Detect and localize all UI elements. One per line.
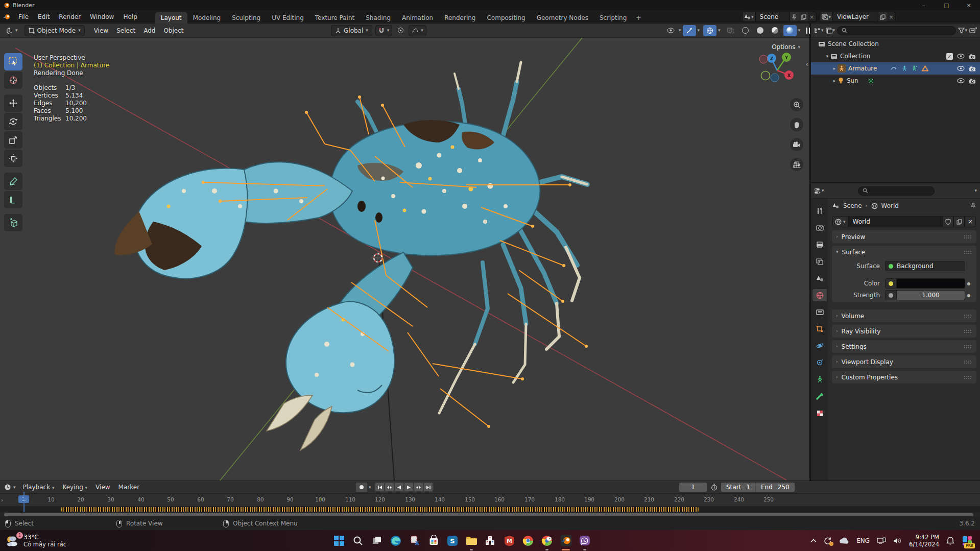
navigation-gizmo[interactable]: Z Y X xyxy=(758,51,796,89)
tool-move[interactable] xyxy=(4,94,22,112)
world-name-field[interactable]: World xyxy=(848,216,942,227)
clock-widget[interactable]: 9:42 PM 6/14/2024 xyxy=(909,534,939,548)
game-tiles-icon[interactable] xyxy=(484,535,496,547)
tab-scene[interactable] xyxy=(812,272,827,284)
outliner-display-mode-dropdown[interactable]: ▾ xyxy=(814,27,824,34)
properties-editor-type-dropdown[interactable]: ▾ xyxy=(814,187,824,195)
menu-playback[interactable]: Playback ▾ xyxy=(19,483,59,492)
blender-taskbar-icon[interactable] xyxy=(560,535,572,547)
end-frame-field[interactable]: End250 xyxy=(755,483,795,492)
play-reverse-button[interactable] xyxy=(395,483,403,491)
proportional-falloff-dropdown[interactable]: ▾ xyxy=(409,25,426,36)
disable-render-camera-icon[interactable] xyxy=(969,54,976,59)
color-field[interactable] xyxy=(885,278,965,289)
outliner-row-collection[interactable]: ▾ Collection ✓ xyxy=(811,50,980,62)
menu-select[interactable]: Select xyxy=(112,26,139,36)
collapse-region-icon[interactable]: ‹ xyxy=(806,60,808,68)
panel-grip[interactable] xyxy=(964,375,972,379)
panel-grip[interactable] xyxy=(964,314,972,318)
cast-device-icon[interactable] xyxy=(877,537,886,544)
outliner-row-sun[interactable]: ▸ Sun xyxy=(811,75,980,87)
pin-scene-icon[interactable] xyxy=(790,12,799,21)
shading-chevron[interactable]: ▾ xyxy=(798,28,801,33)
next-keyframe-button[interactable] xyxy=(414,483,423,491)
start-button[interactable] xyxy=(333,535,345,547)
zoom-icon[interactable] xyxy=(790,98,803,111)
language-indicator[interactable]: ENG xyxy=(856,537,870,544)
edge-icon[interactable] xyxy=(390,535,402,547)
show-gizmo-visibility-dropdown[interactable] xyxy=(664,25,677,36)
properties-search-input[interactable] xyxy=(858,186,935,196)
menu-add[interactable]: Add xyxy=(139,26,159,36)
tab-rendering[interactable]: Rendering xyxy=(439,12,481,23)
properties-options-chevron[interactable]: ▾ xyxy=(974,188,977,193)
tab-layout[interactable]: Layout xyxy=(155,12,187,23)
tab-texture[interactable] xyxy=(812,407,827,419)
start-frame-field[interactable]: Start1 xyxy=(721,483,755,492)
menu-object[interactable]: Object xyxy=(159,26,187,36)
expand-icon[interactable]: ▾ xyxy=(824,54,830,59)
tab-shading[interactable]: Shading xyxy=(360,12,396,23)
viewlayer-icon[interactable]: ▾ xyxy=(820,12,833,21)
hide-eye-icon[interactable] xyxy=(957,54,965,59)
tool-rotate[interactable] xyxy=(4,113,22,130)
shading-solid-button[interactable] xyxy=(754,25,767,36)
menu-view-timeline[interactable]: View xyxy=(91,483,114,492)
pan-hand-icon[interactable] xyxy=(790,118,803,131)
play-button[interactable] xyxy=(404,483,413,491)
viewlayer-name[interactable]: ViewLayer xyxy=(833,13,878,20)
tool-add-cube[interactable] xyxy=(4,214,22,231)
file-explorer-icon[interactable] xyxy=(465,535,477,547)
unlink-datablock-icon[interactable]: × xyxy=(965,216,976,227)
tab-compositing[interactable]: Compositing xyxy=(481,12,531,23)
crumb-world[interactable]: World xyxy=(881,202,899,209)
tool-cursor[interactable] xyxy=(4,71,22,89)
notification-bell-icon[interactable] xyxy=(946,536,954,545)
jump-to-end-button[interactable] xyxy=(424,483,433,491)
scene-name[interactable]: Scene xyxy=(756,13,790,20)
animate-color-dot[interactable]: ● xyxy=(965,281,972,286)
remove-viewlayer-icon[interactable]: × xyxy=(887,14,895,20)
onedrive-icon[interactable] xyxy=(839,537,849,544)
snap-toggle[interactable]: ▾ xyxy=(375,25,393,36)
viewport-3d[interactable]: User Perspective (1) Collection | Armatu… xyxy=(0,38,809,481)
tab-bone[interactable] xyxy=(812,390,827,402)
menu-file[interactable]: File xyxy=(14,12,33,22)
show-overlays-toggle[interactable] xyxy=(703,25,716,36)
microsoft-store-icon[interactable] xyxy=(427,535,440,547)
disable-render-camera-icon[interactable] xyxy=(969,78,976,84)
panel-grip[interactable] xyxy=(964,250,972,254)
panel-settings[interactable]: ›Settings xyxy=(832,340,976,353)
tool-scale[interactable] xyxy=(4,131,22,149)
unlink-scene-icon[interactable]: × xyxy=(808,14,816,20)
blender-menu-icon[interactable] xyxy=(0,14,14,20)
update-sync-icon[interactable] xyxy=(824,537,832,545)
orthographic-grid-icon[interactable] xyxy=(790,158,803,171)
xray-toggle[interactable] xyxy=(724,25,737,36)
gizmo-visibility-chevron[interactable]: ▾ xyxy=(679,28,681,33)
expand-icon[interactable]: ▸ xyxy=(831,66,838,71)
gizmos-chevron[interactable]: ▾ xyxy=(698,28,700,33)
prev-keyframe-button[interactable] xyxy=(385,483,394,491)
shading-wireframe-button[interactable] xyxy=(739,25,752,36)
panel-surface-header[interactable]: ▾Surface xyxy=(832,246,976,258)
outliner-filter-image-dropdown[interactable]: ▾ xyxy=(826,28,835,34)
tab-animation[interactable]: Animation xyxy=(396,12,439,23)
skype-icon[interactable]: S xyxy=(446,535,459,547)
tab-output[interactable] xyxy=(812,238,827,251)
copy-datablock-icon[interactable] xyxy=(953,216,965,227)
tab-tool[interactable] xyxy=(812,205,827,217)
disable-render-camera-icon[interactable] xyxy=(969,66,976,71)
tab-constraints[interactable] xyxy=(812,356,827,369)
tab-view-layer[interactable] xyxy=(812,255,827,268)
world-datablock-icon[interactable]: ▾ xyxy=(832,216,848,227)
chrome-profile-icon[interactable] xyxy=(541,535,553,547)
collection-checkbox[interactable]: ✓ xyxy=(946,53,953,60)
viber-icon[interactable] xyxy=(579,535,591,547)
menu-help[interactable]: Help xyxy=(118,12,141,22)
tool-measure[interactable] xyxy=(4,191,22,208)
fake-user-shield-icon[interactable] xyxy=(942,216,953,227)
expand-icon[interactable]: ▸ xyxy=(831,78,838,83)
shading-rendered-button[interactable] xyxy=(783,25,797,36)
outliner-filter-icon[interactable]: ▾ xyxy=(958,28,967,34)
